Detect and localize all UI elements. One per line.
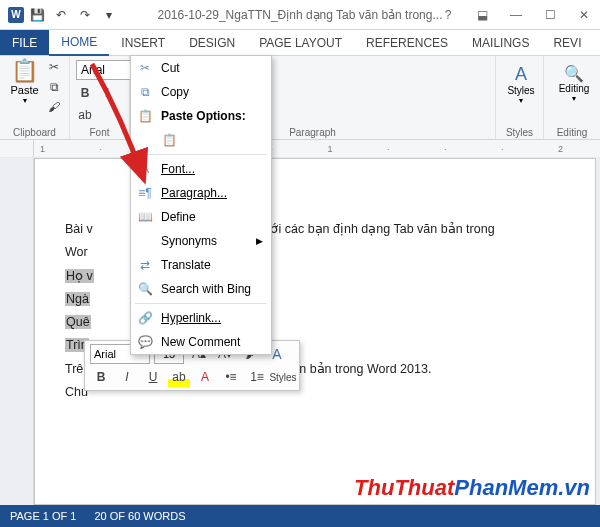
cut-icon[interactable]: ✂ [45, 58, 63, 76]
chevron-right-icon: ▶ [256, 236, 263, 246]
ctx-new-comment[interactable]: 💬New Comment [131, 330, 271, 354]
link-icon: 🔗 [137, 310, 153, 326]
selected-text: Ngà [65, 292, 90, 306]
format-painter-icon[interactable]: 🖌 [45, 98, 63, 116]
paste-option-icon: 📋 [161, 132, 177, 148]
chevron-down-icon: ▾ [519, 96, 523, 105]
mini-highlight-icon[interactable]: ab [168, 367, 190, 387]
mini-styles-label[interactable]: Styles [272, 367, 294, 387]
cut-icon: ✂ [137, 60, 153, 76]
ribbon-collapse-icon[interactable]: ⬓ [470, 8, 494, 22]
define-icon: 📖 [137, 209, 153, 225]
text-effects-icon[interactable]: ab [76, 106, 94, 124]
styles-button[interactable]: A Styles ▾ [502, 58, 540, 105]
mini-bold[interactable]: B [90, 367, 112, 387]
search-icon: 🔍 [137, 281, 153, 297]
clipboard-icon: 📋 [11, 58, 38, 84]
window-title: 2016-10-29_NgaTTN_Định dạng Tab văn bản … [158, 8, 443, 22]
copy-icon: ⧉ [137, 84, 153, 100]
font-icon: A [137, 161, 153, 177]
mini-font-color-icon[interactable]: A [194, 367, 216, 387]
ctx-translate[interactable]: ⇄Translate [131, 253, 271, 277]
group-clipboard: Clipboard [6, 126, 63, 139]
vertical-ruler[interactable] [0, 158, 34, 505]
tab-insert[interactable]: INSERT [109, 30, 177, 55]
find-icon: 🔍 [564, 64, 584, 83]
group-font: Font [76, 126, 123, 139]
qat-more-icon[interactable]: ▾ [100, 6, 118, 24]
copy-icon[interactable]: ⧉ [45, 78, 63, 96]
ctx-search-bing[interactable]: 🔍Search with Bing [131, 277, 271, 301]
close-icon[interactable]: ✕ [572, 8, 596, 22]
paragraph-icon: ≡¶ [137, 185, 153, 201]
save-icon[interactable]: 💾 [28, 6, 46, 24]
mini-numbering-icon[interactable]: 1≡ [246, 367, 268, 387]
document-page[interactable]: Bài vii tiết tới các bạn định dạng Tab v… [34, 158, 596, 505]
ctx-define[interactable]: 📖Define [131, 205, 271, 229]
tab-page-layout[interactable]: PAGE LAYOUT [247, 30, 354, 55]
ctx-paragraph[interactable]: ≡¶Paragraph... [131, 181, 271, 205]
group-styles: Styles [502, 126, 537, 139]
selected-text: Quê [65, 315, 91, 329]
editing-button[interactable]: 🔍 Editing ▾ [550, 58, 598, 103]
translate-icon: ⇄ [137, 257, 153, 273]
watermark: ThuThuatPhanMem.vn [354, 475, 590, 501]
ctx-paste-options[interactable]: 📋Paste Options: [131, 104, 271, 128]
word-app-icon: W [8, 7, 24, 23]
status-page[interactable]: PAGE 1 OF 1 [10, 510, 76, 522]
selected-text: Họ v [65, 269, 94, 283]
paste-icon: 📋 [137, 108, 153, 124]
chevron-down-icon: ▾ [572, 94, 576, 103]
styles-icon: A [515, 64, 527, 85]
ctx-hyperlink[interactable]: 🔗Hyperlink... [131, 306, 271, 330]
minimize-icon[interactable]: — [504, 8, 528, 22]
context-menu: ✂Cut ⧉Copy 📋Paste Options: 📋 AFont... ≡¶… [130, 55, 272, 355]
ctx-font[interactable]: AFont... [131, 157, 271, 181]
separator [135, 303, 267, 304]
mini-bullets-icon[interactable]: •≡ [220, 367, 242, 387]
mini-underline[interactable]: U [142, 367, 164, 387]
tab-review[interactable]: REVI [541, 30, 593, 55]
horizontal-ruler[interactable]: 1 · · · · 1 · · · 2 · · · 3 · · · 4 · · … [34, 140, 600, 157]
status-words[interactable]: 20 OF 60 WORDS [94, 510, 185, 522]
ctx-synonyms[interactable]: Synonyms▶ [131, 229, 271, 253]
chevron-down-icon: ▾ [23, 96, 27, 105]
comment-icon: 💬 [137, 334, 153, 350]
tab-references[interactable]: REFERENCES [354, 30, 460, 55]
ctx-cut[interactable]: ✂Cut [131, 56, 271, 80]
bold-button[interactable]: B [76, 84, 94, 102]
tab-file[interactable]: FILE [0, 30, 49, 55]
italic-button[interactable]: I [98, 84, 116, 102]
maximize-icon[interactable]: ☐ [538, 8, 562, 22]
tab-mailings[interactable]: MAILINGS [460, 30, 541, 55]
paste-button[interactable]: 📋 Paste ▾ [6, 58, 43, 105]
tab-home[interactable]: HOME [49, 30, 109, 56]
ctx-copy[interactable]: ⧉Copy [131, 80, 271, 104]
separator [135, 154, 267, 155]
tab-design[interactable]: DESIGN [177, 30, 247, 55]
mini-italic[interactable]: I [116, 367, 138, 387]
ruler-corner [0, 140, 34, 157]
redo-icon[interactable]: ↷ [76, 6, 94, 24]
undo-icon[interactable]: ↶ [52, 6, 70, 24]
group-editing: Editing [550, 126, 594, 139]
ctx-paste-default[interactable]: 📋 [131, 128, 271, 152]
